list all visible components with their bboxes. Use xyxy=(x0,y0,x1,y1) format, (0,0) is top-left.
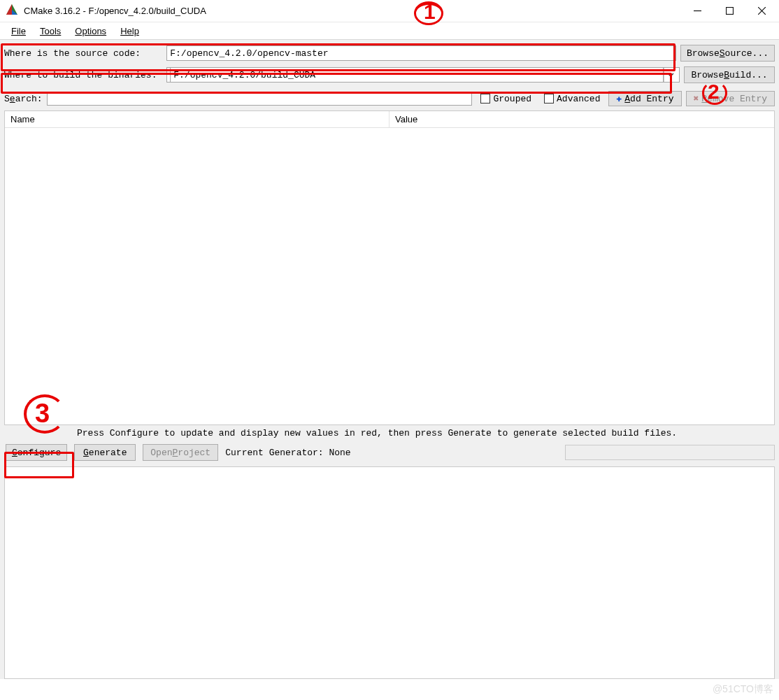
grouped-checkbox[interactable]: Grouped xyxy=(476,94,536,104)
window-controls xyxy=(681,1,778,22)
table-header: Name Value xyxy=(5,111,774,128)
source-path-row: Where is the source code: Browse Source.… xyxy=(0,40,779,66)
plus-icon: ✚ xyxy=(616,93,622,104)
header-value[interactable]: Value xyxy=(390,111,774,127)
header-name[interactable]: Name xyxy=(5,111,390,127)
svg-rect-4 xyxy=(726,8,733,15)
grouped-label: Grouped xyxy=(493,94,531,104)
checkbox-icon xyxy=(544,94,554,103)
source-label: Where is the source code: xyxy=(4,48,162,59)
add-entry-button[interactable]: ✚ Add Entry xyxy=(608,91,681,106)
action-row: Configure Generate Open Project Current … xyxy=(0,441,779,466)
hint-text: Press Configure to update and display ne… xyxy=(0,425,779,441)
remove-entry-button: ✖ Remove Entry xyxy=(686,91,775,106)
maximize-button[interactable] xyxy=(713,1,745,22)
browse-source-button[interactable]: Browse Source... xyxy=(680,45,775,62)
window-title: CMake 3.16.2 - F:/opencv_4.2.0/build_CUD… xyxy=(24,6,206,16)
generate-button[interactable]: Generate xyxy=(74,444,136,461)
minimize-button[interactable] xyxy=(681,1,713,22)
workarea: Where is the source code: Browse Source.… xyxy=(0,39,779,679)
cmake-logo-icon xyxy=(6,3,18,18)
progress-bar xyxy=(565,445,775,460)
search-label: Search: xyxy=(4,94,43,104)
search-row: Search: Grouped Advanced ✚ Add Entry ✖ R… xyxy=(0,88,779,110)
titlebar: CMake 3.16.2 - F:/opencv_4.2.0/build_CUD… xyxy=(0,0,779,22)
watermark: @51CTO博客 xyxy=(713,683,773,696)
menubar: File Tools Options Help xyxy=(0,22,779,39)
advanced-checkbox[interactable]: Advanced xyxy=(540,94,604,104)
build-path-combo[interactable] xyxy=(166,67,680,83)
build-path-input[interactable] xyxy=(170,67,664,83)
build-path-row: Where to build the binaries: Browse Buil… xyxy=(0,66,779,88)
current-generator-label: Current Generator: None xyxy=(225,448,350,458)
configure-button[interactable]: Configure xyxy=(6,444,67,461)
build-label: Where to build the binaries: xyxy=(4,70,162,80)
output-pane[interactable] xyxy=(4,466,775,679)
source-path-input[interactable] xyxy=(166,45,676,61)
close-button[interactable] xyxy=(745,1,778,22)
menu-tools[interactable]: Tools xyxy=(33,24,68,38)
svg-marker-1 xyxy=(6,4,12,15)
cross-icon: ✖ xyxy=(694,93,699,104)
chevron-down-icon[interactable] xyxy=(664,68,676,82)
menu-file[interactable]: File xyxy=(4,24,33,38)
search-input[interactable] xyxy=(47,92,473,106)
browse-build-button[interactable]: Browse Build... xyxy=(684,66,775,83)
advanced-label: Advanced xyxy=(557,94,600,104)
open-project-button: Open Project xyxy=(143,444,218,461)
menu-help[interactable]: Help xyxy=(113,24,146,38)
table-body xyxy=(5,128,774,424)
checkbox-icon xyxy=(480,94,490,103)
config-table: Name Value xyxy=(4,110,775,425)
menu-options[interactable]: Options xyxy=(68,24,113,38)
